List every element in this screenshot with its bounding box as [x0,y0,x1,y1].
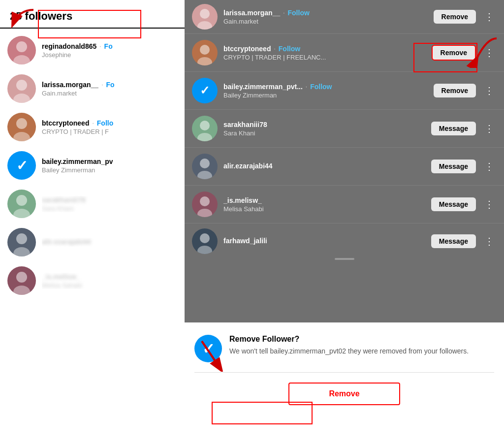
display-name: Bailey Zimmerman [42,166,150,174]
username: larissa.morgan__ [223,9,280,17]
message-button[interactable]: Message [431,197,476,211]
avatar [192,116,218,141]
list-item[interactable]: sarakhaniii78 Sara Khani Message ⋮ [185,110,504,148]
sheet-remove-button[interactable]: Remove [288,383,400,405]
svg-point-15 [197,57,212,65]
username: btccryptoneed [42,119,89,127]
svg-point-4 [16,118,27,129]
user-info: bailey.zimmerman_pvt... · Follow Bailey … [223,83,428,99]
more-options-icon[interactable]: ⋮ [482,123,497,134]
remove-button[interactable]: Remove [434,84,476,97]
list-item[interactable]: alir.ezarajabi44 Message ⋮ [185,148,504,186]
svg-point-1 [13,55,30,64]
follow-link[interactable]: Fo [106,81,115,89]
avatar: ✓ [192,78,218,103]
username: btccryptoneed [223,45,271,53]
list-item[interactable]: farhawd_jalili Message ⋮ [185,224,504,254]
list-item[interactable]: btccryptoneed · Follow CRYPTO | TRADER |… [185,34,504,72]
display-name: Sara Khani [42,205,150,212]
avatar [7,266,36,295]
list-item[interactable]: ✓ bailey.zimmerman_pv Bailey Zimmerman [0,146,185,185]
svg-point-22 [200,233,210,243]
follow-link[interactable]: Follow [310,83,332,91]
list-item[interactable]: _is.melisw_ Melisa Sahabi Message ⋮ [185,186,504,224]
avatar [192,192,218,217]
sheet-content: ✓ Remove Follower? We won't tell bailey.… [185,322,504,372]
list-item[interactable]: ✓ bailey.zimmerman_pvt... · Follow Baile… [185,72,504,110]
list-item[interactable]: alir.ezarajabi44 [0,223,185,261]
list-item[interactable]: sarakhaniii78 Sara Khani [0,185,185,223]
sheet-divider [194,372,494,373]
user-info: farhawd_jalili [223,237,425,246]
message-button[interactable]: Message [431,122,476,135]
list-item[interactable]: larissa.morgan__ · Follow Gain.market Re… [185,0,504,34]
list-item[interactable]: larissa.morgan__ · Fo Gain.market [0,69,185,108]
user-info: sarakhaniii78 Sara Khani [223,121,425,137]
svg-point-18 [200,159,210,168]
more-options-icon[interactable]: ⋮ [482,160,497,172]
username: larissa.morgan__ [42,81,98,89]
avatar [7,228,36,256]
display-name: Gain.market [223,18,361,25]
avatar [7,190,36,218]
display-name: Sara Khani [223,129,361,137]
follow-link[interactable]: Fo [104,42,113,50]
avatar: ✓ [7,151,36,180]
svg-point-6 [16,195,27,206]
user-info: reginadonald865 · Fo Josephine [42,42,177,59]
username: sarakhaniii78 [42,196,86,204]
right-followers-overlay: larissa.morgan__ · Follow Gain.market Re… [185,0,504,325]
annotation-arrow-sheet [192,337,231,372]
user-info: _is.melisw_ Melisa Sahabi [223,196,425,213]
sheet-description: We won't tell bailey.zimmerman_pvt02 the… [229,347,494,356]
display-name: Gain.market [42,90,150,97]
display-name: Josephine [42,51,150,59]
follow-link[interactable]: Follow [288,9,310,17]
svg-point-12 [200,9,210,19]
display-name: Melisa Sahabi [223,205,361,213]
username: _is.melisw_ [223,196,262,204]
annotation-arrow-topright [462,33,502,68]
message-button[interactable]: Message [431,160,476,173]
user-info: bailey.zimmerman_pv Bailey Zimmerman [42,158,177,174]
checkmark-icon: ✓ [16,158,28,174]
svg-point-3 [13,94,30,103]
svg-point-8 [16,233,27,244]
message-button[interactable]: Message [431,234,476,248]
remove-follower-sheet: ✓ Remove Follower? We won't tell bailey.… [185,322,504,448]
more-options-icon[interactable]: ⋮ [482,198,497,210]
svg-point-13 [197,21,212,30]
avatar [7,113,36,141]
more-options-icon[interactable]: ⋮ [482,11,497,23]
svg-point-23 [197,246,212,254]
avatar [192,154,218,179]
avatar [192,228,218,254]
user-info: btccryptoneed · Follow CRYPTO | TRADER |… [223,45,426,61]
sheet-title: Remove Follower? [229,335,494,344]
user-info: larissa.morgan__ · Fo Gain.market [42,81,177,97]
svg-point-21 [197,209,212,217]
svg-point-5 [13,132,30,141]
svg-point-19 [197,171,212,179]
list-item[interactable]: _is.melisw_ Melisa Sahabi [0,261,185,300]
username: bailey.zimmerman_pvt... [223,83,303,91]
scroll-indicator [335,258,354,260]
avatar [192,4,218,30]
remove-button[interactable]: Remove [434,10,476,24]
svg-point-14 [200,45,210,55]
display-name: CRYPTO | TRADER | F [42,128,150,135]
avatar [7,74,36,103]
follow-link[interactable]: Follow [279,45,300,53]
username: bailey.zimmerman_pv [42,158,113,165]
username: farhawd_jalili [223,237,267,245]
username: sarakhaniii78 [223,121,267,128]
annotation-arrow-topleft [4,6,38,33]
more-options-icon[interactable]: ⋮ [482,235,497,247]
user-info: btccryptoneed · Follo CRYPTO | TRADER | … [42,119,177,135]
list-item[interactable]: reginadonald865 · Fo Josephine [0,31,185,69]
username: alir.ezarajabi44 [223,162,273,170]
more-options-icon[interactable]: ⋮ [482,85,497,96]
follow-link[interactable]: Follo [97,119,113,127]
list-item[interactable]: btccryptoneed · Follo CRYPTO | TRADER | … [0,108,185,146]
display-name: Melisa Sahabi [42,282,150,289]
